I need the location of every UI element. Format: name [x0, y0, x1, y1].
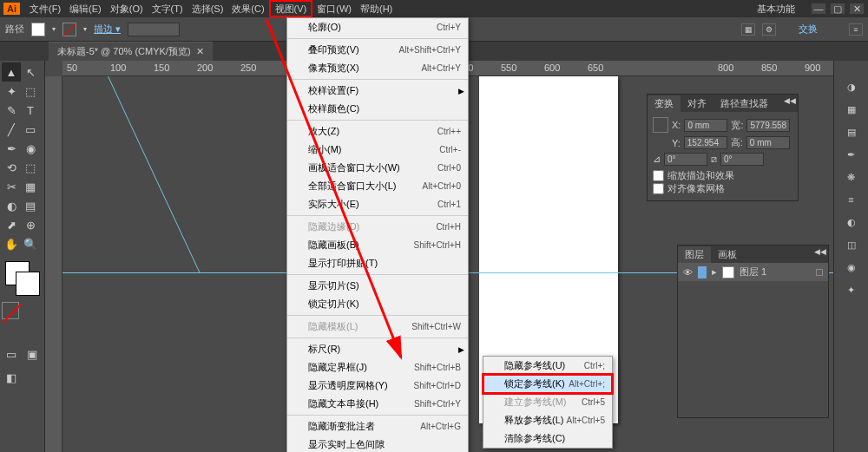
- h-field[interactable]: [746, 136, 790, 149]
- menu-item[interactable]: 释放参考线(L)Alt+Ctrl+5: [483, 411, 612, 429]
- fill-swatch[interactable]: [31, 23, 45, 36]
- tool-7[interactable]: ▭: [21, 120, 40, 139]
- tool-0[interactable]: ▲: [2, 62, 21, 82]
- menu-item[interactable]: 锁定参考线(K)Alt+Ctrl+;: [483, 375, 612, 393]
- color-panel-icon[interactable]: ◑: [843, 78, 860, 95]
- layer-target-icon[interactable]: [816, 269, 823, 276]
- symbols-icon[interactable]: ❋: [843, 168, 860, 186]
- menu-item[interactable]: 显示透明度网格(Y)Shift+Ctrl+D: [287, 377, 468, 395]
- align-icon[interactable]: ≡: [849, 23, 863, 36]
- menu-item[interactable]: 隐藏文本串接(H)Shift+Ctrl+Y: [287, 395, 468, 413]
- tool-2[interactable]: ✦: [2, 82, 21, 101]
- close-button[interactable]: ✕: [849, 3, 865, 15]
- menu-item[interactable]: 显示切片(S): [287, 277, 468, 295]
- tool-5[interactable]: T: [21, 101, 40, 120]
- tool-9[interactable]: ◉: [21, 139, 40, 158]
- screen-mode-normal[interactable]: ▭: [2, 344, 21, 364]
- tool-8[interactable]: ✒: [2, 139, 21, 158]
- menu-编辑[interactable]: 编辑(E): [65, 2, 106, 16]
- tool-4[interactable]: ✎: [2, 101, 21, 120]
- gradient-icon[interactable]: ◐: [843, 213, 860, 231]
- shear-field[interactable]: [720, 153, 764, 166]
- graphic-styles-icon[interactable]: ✦: [843, 281, 860, 298]
- no-fill-swatch[interactable]: [2, 302, 19, 319]
- w-field[interactable]: [746, 119, 790, 132]
- tab-layers[interactable]: 图层: [678, 246, 711, 263]
- menu-item[interactable]: 全部适合窗口大小(L)Alt+Ctrl+0: [287, 177, 468, 195]
- menu-item[interactable]: 清除参考线(C): [483, 429, 612, 448]
- menu-item[interactable]: 隐藏渐变批注者Alt+Ctrl+G: [287, 417, 468, 436]
- menu-item[interactable]: 校样颜色(C): [287, 100, 468, 118]
- panel-collapse-icon[interactable]: ◀◀: [784, 96, 796, 105]
- swatches-icon[interactable]: ▤: [843, 123, 860, 141]
- menu-item[interactable]: 隐藏参考线(U)Ctrl+;: [483, 357, 612, 375]
- tool-15[interactable]: ▤: [21, 196, 40, 215]
- align-pixel-checkbox[interactable]: [653, 183, 664, 194]
- transparency-icon[interactable]: ◫: [843, 236, 860, 253]
- tool-1[interactable]: ↖: [21, 62, 40, 82]
- stroke-dropdown-icon[interactable]: ▾: [83, 25, 87, 33]
- color-swatches[interactable]: [2, 258, 43, 296]
- close-tab-icon[interactable]: ✕: [196, 46, 204, 57]
- screen-mode-full[interactable]: ▣: [23, 344, 42, 364]
- reference-point-icon[interactable]: [653, 117, 668, 133]
- tab-artboards[interactable]: 画板: [711, 246, 744, 263]
- workspace-switcher[interactable]: 基本功能: [757, 3, 795, 16]
- prefs-icon[interactable]: ⚙: [762, 23, 776, 36]
- layer-row[interactable]: 👁 ▸ 图层 1: [678, 263, 828, 281]
- layer-name[interactable]: 图层 1: [740, 265, 766, 278]
- menu-item[interactable]: 隐藏画板(B)Shift+Ctrl+H: [287, 236, 468, 254]
- menu-文件[interactable]: 文件(F): [25, 2, 65, 16]
- menu-item[interactable]: 轮廓(O)Ctrl+Y: [287, 18, 468, 36]
- stroke-weight-field[interactable]: [128, 23, 180, 36]
- menu-帮助[interactable]: 帮助(H): [356, 2, 397, 16]
- menu-窗口[interactable]: 窗口(W): [312, 2, 356, 16]
- tab-transform[interactable]: 变换: [648, 95, 681, 112]
- menu-item[interactable]: 显示打印拼贴(T): [287, 254, 468, 272]
- y-field[interactable]: [684, 136, 727, 149]
- tool-11[interactable]: ⬚: [21, 158, 40, 177]
- menu-视图[interactable]: 视图(V): [269, 0, 313, 17]
- tool-3[interactable]: ⬚: [21, 82, 40, 101]
- tool-19[interactable]: 🔍: [21, 234, 40, 253]
- color-guide-icon[interactable]: ▦: [843, 101, 860, 118]
- fill-dropdown-icon[interactable]: ▾: [52, 25, 56, 33]
- swap-button[interactable]: 交换: [799, 23, 818, 36]
- menu-item[interactable]: 叠印预览(V)Alt+Shift+Ctrl+Y: [287, 41, 468, 59]
- tool-18[interactable]: ✋: [2, 234, 21, 253]
- expand-icon[interactable]: ▸: [712, 266, 717, 278]
- document-tab[interactable]: 未标题-5* @ 70% (CMYK/预览) ✕: [49, 42, 213, 61]
- menu-选择[interactable]: 选择(S): [187, 2, 228, 16]
- tool-16[interactable]: ⬈: [2, 215, 21, 234]
- menu-item[interactable]: 锁定切片(K): [287, 295, 468, 313]
- guide-diagonal[interactable]: [108, 76, 200, 272]
- menu-item[interactable]: 校样设置(F)▶: [287, 82, 468, 100]
- maximize-button[interactable]: ▢: [830, 3, 845, 15]
- scale-strokes-checkbox[interactable]: [653, 170, 664, 181]
- menu-文字[interactable]: 文字(T): [148, 2, 187, 16]
- background-color[interactable]: [16, 272, 40, 296]
- ruler-vertical[interactable]: [45, 76, 62, 452]
- menu-item[interactable]: 显示实时上色间隙: [287, 436, 468, 452]
- menu-item[interactable]: 像素预览(X)Alt+Ctrl+Y: [287, 59, 468, 77]
- menu-对象[interactable]: 对象(O): [106, 2, 148, 16]
- appearance-icon[interactable]: ◉: [843, 259, 860, 276]
- tool-14[interactable]: ◐: [2, 196, 21, 215]
- panel-collapse-icon[interactable]: ◀◀: [814, 247, 826, 256]
- stroke-panel-icon[interactable]: ≡: [843, 191, 860, 208]
- menu-item[interactable]: 缩小(M)Ctrl+-: [287, 141, 468, 159]
- stroke-label[interactable]: 描边 ▾: [94, 23, 121, 36]
- tab-align[interactable]: 对齐: [681, 95, 713, 112]
- stroke-swatch[interactable]: [62, 23, 76, 36]
- menu-item[interactable]: 标尺(R)▶: [287, 340, 468, 358]
- tool-13[interactable]: ▦: [21, 177, 40, 196]
- tool-17[interactable]: ⊕: [21, 215, 40, 234]
- menu-效果[interactable]: 效果(C): [227, 2, 268, 16]
- tool-12[interactable]: ✂: [2, 177, 21, 196]
- menu-item[interactable]: 实际大小(E)Ctrl+1: [287, 195, 468, 213]
- doc-setup-icon[interactable]: ▦: [741, 23, 755, 36]
- minimize-button[interactable]: —: [811, 3, 826, 15]
- menu-item[interactable]: 画板适合窗口大小(W)Ctrl+0: [287, 159, 468, 177]
- brushes-icon[interactable]: ✒: [843, 146, 860, 163]
- x-field[interactable]: [684, 119, 727, 132]
